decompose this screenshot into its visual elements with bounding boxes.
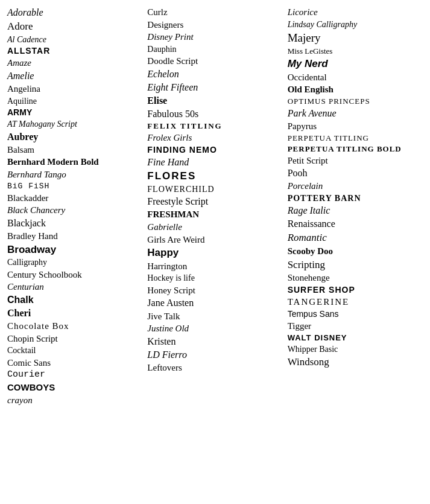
- list-item[interactable]: Courier: [7, 369, 142, 381]
- list-item[interactable]: Petit Script: [288, 155, 423, 167]
- list-item[interactable]: Pooh: [288, 167, 423, 180]
- list-item[interactable]: Licorice: [288, 6, 423, 19]
- list-item[interactable]: Stonehenge: [288, 272, 423, 284]
- list-item[interactable]: Eight Fifteen: [147, 81, 282, 94]
- column-2: CurlzDesignersDisney PrintDauphinDoodle …: [145, 6, 285, 407]
- list-item[interactable]: Chocolate Box: [7, 320, 142, 333]
- list-item[interactable]: Balsam: [7, 144, 142, 156]
- list-item[interactable]: OPTIMUS PRINCEPS: [288, 96, 423, 107]
- list-item[interactable]: FLOWERCHILD: [147, 183, 282, 195]
- list-item[interactable]: Papyrus: [288, 120, 423, 133]
- list-item[interactable]: Old English: [288, 83, 423, 96]
- list-item[interactable]: Curlz: [147, 6, 282, 19]
- list-item[interactable]: Miss LeGistes: [288, 46, 423, 57]
- list-item[interactable]: FINDING NEMO: [147, 144, 282, 156]
- list-item[interactable]: Justine Old: [147, 322, 282, 335]
- list-item[interactable]: Bradley Hand: [7, 230, 142, 243]
- list-item[interactable]: Century Schoolbook: [7, 269, 142, 281]
- list-item[interactable]: Comic Sans: [7, 357, 142, 369]
- list-item[interactable]: Chopin Script: [7, 333, 142, 345]
- list-item[interactable]: Designers: [147, 19, 282, 31]
- list-item[interactable]: Scripting: [288, 258, 423, 272]
- list-item[interactable]: Hockey is life: [147, 272, 282, 284]
- list-item[interactable]: Adorable: [7, 6, 142, 19]
- list-item[interactable]: Blackadder: [7, 192, 142, 205]
- list-item[interactable]: Leftovers: [147, 362, 282, 374]
- list-item[interactable]: Calligraphy: [7, 257, 142, 268]
- list-item[interactable]: Elise: [147, 94, 282, 107]
- list-item[interactable]: Harrington: [147, 260, 282, 273]
- list-item[interactable]: Doodle Script: [147, 55, 282, 68]
- list-item[interactable]: AT Mahogany Script: [7, 118, 142, 130]
- list-item[interactable]: PERPETUA TITLING: [288, 133, 423, 144]
- list-item[interactable]: Centurian: [7, 281, 142, 293]
- list-item[interactable]: Gabrielle: [147, 221, 282, 234]
- list-item[interactable]: Bernhard Modern Bold: [7, 156, 142, 168]
- list-item[interactable]: Honey Script: [147, 284, 282, 297]
- list-item[interactable]: LD Fierro: [147, 348, 282, 362]
- list-item[interactable]: Lindsay Calligraphy: [288, 19, 423, 30]
- list-item[interactable]: Aubrey: [7, 130, 142, 144]
- list-item[interactable]: TANGERINE: [288, 296, 423, 308]
- list-item[interactable]: Occidental: [288, 71, 423, 84]
- font-list: AdorableAdoreAl CadenceALLSTARAmazeAmeli…: [5, 6, 425, 407]
- list-item[interactable]: BiG FiSH: [7, 181, 142, 192]
- list-item[interactable]: Windsong: [288, 355, 423, 369]
- list-item[interactable]: FELIX TITLING: [147, 121, 282, 132]
- list-item[interactable]: FLORES: [147, 169, 282, 183]
- list-item[interactable]: Chalk: [7, 293, 142, 307]
- list-item[interactable]: Amelie: [7, 69, 142, 83]
- list-item[interactable]: Fabulous 50s: [147, 107, 282, 121]
- list-item[interactable]: POTTERY BARN: [288, 193, 423, 204]
- list-item[interactable]: Jane Austen: [147, 296, 282, 310]
- list-item[interactable]: Girls Are Weird: [147, 234, 282, 246]
- list-item[interactable]: Cocktail: [7, 345, 142, 356]
- column-1: AdorableAdoreAl CadenceALLSTARAmazeAmeli…: [5, 6, 145, 407]
- list-item[interactable]: Freestyle Script: [147, 195, 282, 208]
- list-item[interactable]: crayon: [7, 394, 142, 407]
- list-item[interactable]: Happy: [147, 246, 282, 260]
- list-item[interactable]: Blackjack: [7, 217, 142, 230]
- list-item[interactable]: Whipper Basic: [288, 343, 423, 355]
- list-item[interactable]: ARMY: [7, 107, 142, 118]
- list-item[interactable]: FRESHMAN: [147, 208, 282, 221]
- list-item[interactable]: Cheri: [7, 307, 142, 320]
- list-item[interactable]: Majery: [288, 30, 423, 46]
- list-item[interactable]: COWBOYS: [7, 381, 142, 394]
- list-item[interactable]: Jive Talk: [147, 310, 282, 323]
- list-item[interactable]: SURFER SHOP: [288, 284, 423, 296]
- list-item[interactable]: Fine Hand: [147, 156, 282, 169]
- list-item[interactable]: Bernhard Tango: [7, 168, 142, 181]
- list-item[interactable]: Tempus Sans: [288, 308, 423, 320]
- list-item[interactable]: My Nerd: [288, 57, 423, 71]
- list-item[interactable]: Adore: [7, 19, 142, 33]
- list-item[interactable]: Angelina: [7, 83, 142, 95]
- list-item[interactable]: ALLSTAR: [7, 45, 142, 57]
- list-item[interactable]: Al Cadence: [7, 34, 142, 45]
- column-3: LicoriceLindsay CalligraphyMajeryMiss Le…: [285, 6, 425, 407]
- list-item[interactable]: WALT DISNEY: [288, 333, 423, 343]
- list-item[interactable]: Porcelain: [288, 180, 423, 193]
- list-item[interactable]: Black Chancery: [7, 204, 142, 217]
- list-item[interactable]: Renaissance: [288, 217, 423, 231]
- list-item[interactable]: Broadway: [7, 243, 142, 257]
- list-item[interactable]: Kristen: [147, 335, 282, 348]
- list-item[interactable]: Amaze: [7, 57, 142, 69]
- list-item[interactable]: Tigger: [288, 320, 423, 333]
- list-item[interactable]: Rage Italic: [288, 204, 423, 217]
- list-item[interactable]: Park Avenue: [288, 107, 423, 120]
- list-item[interactable]: Disney Print: [147, 31, 282, 43]
- list-item[interactable]: Echelon: [147, 68, 282, 81]
- list-item[interactable]: Aquiline: [7, 95, 142, 107]
- list-item[interactable]: Frolex Girls: [147, 132, 282, 144]
- list-item[interactable]: PERPETUA TITLING BOLD: [288, 144, 423, 155]
- list-item[interactable]: Dauphin: [147, 43, 282, 55]
- list-item[interactable]: Scooby Doo: [288, 245, 423, 258]
- list-item[interactable]: Romantic: [288, 231, 423, 244]
